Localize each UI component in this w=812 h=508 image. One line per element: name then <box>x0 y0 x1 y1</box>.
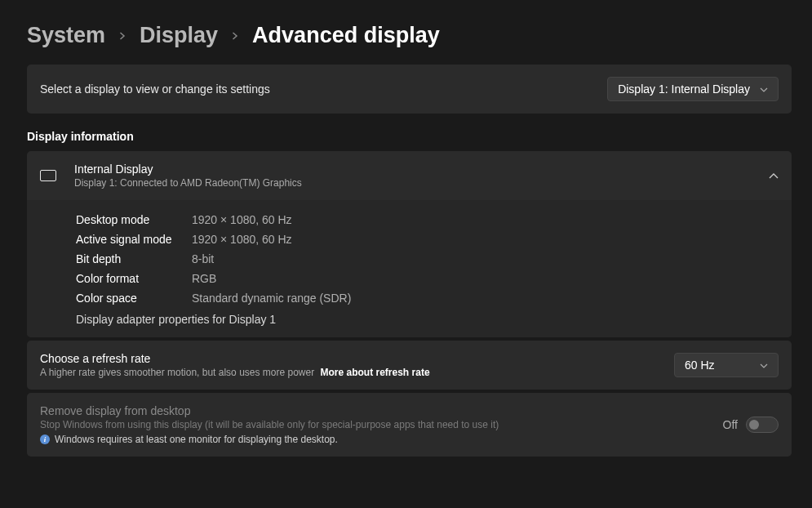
info-icon: i <box>40 434 50 444</box>
info-key: Color space <box>76 292 192 305</box>
remove-toggle-wrap: Off <box>723 417 779 433</box>
display-info-subtitle: Display 1: Connected to AMD Radeon(TM) G… <box>74 177 302 189</box>
display-info-header[interactable]: Internal Display Display 1: Connected to… <box>27 151 792 200</box>
refresh-title: Choose a refresh rate <box>40 352 674 365</box>
monitor-icon <box>40 170 56 181</box>
remove-title: Remove display from desktop <box>40 404 499 417</box>
select-display-card: Select a display to view or change its s… <box>27 65 792 114</box>
info-val: 8-bit <box>192 252 214 265</box>
toggle-label: Off <box>723 418 738 431</box>
info-row: Color space Standard dynamic range (SDR) <box>76 288 779 308</box>
display-info-card: Internal Display Display 1: Connected to… <box>27 151 792 337</box>
remove-display-card: Remove display from desktop Stop Windows… <box>27 393 792 457</box>
breadcrumb: System Display Advanced display <box>27 0 792 65</box>
display-select-dropdown[interactable]: Display 1: Internal Display <box>607 77 779 101</box>
section-header: Display information <box>27 130 792 143</box>
adapter-properties-link[interactable]: Display adapter properties for Display 1 <box>76 308 779 328</box>
page-title: Advanced display <box>252 23 440 48</box>
info-key: Color format <box>76 272 192 285</box>
refresh-rate-card: Choose a refresh rate A higher rate give… <box>27 341 792 390</box>
breadcrumb-system[interactable]: System <box>27 23 105 48</box>
info-val: Standard dynamic range (SDR) <box>192 292 351 305</box>
info-row: Desktop mode 1920 × 1080, 60 Hz <box>76 210 779 229</box>
info-key: Bit depth <box>76 252 192 265</box>
chevron-down-icon <box>760 361 768 370</box>
display-info-body: Desktop mode 1920 × 1080, 60 Hz Active s… <box>27 200 792 337</box>
toggle-knob <box>749 420 759 430</box>
chevron-right-icon <box>118 29 126 42</box>
info-val: 1920 × 1080, 60 Hz <box>192 213 292 226</box>
chevron-right-icon <box>231 29 239 42</box>
refresh-rate-value: 60 Hz <box>685 359 715 372</box>
chevron-down-icon <box>760 85 768 94</box>
info-row: Bit depth 8-bit <box>76 249 779 269</box>
info-val: RGB <box>192 272 216 285</box>
info-key: Desktop mode <box>76 213 192 226</box>
refresh-learn-more-link[interactable]: More about refresh rate <box>321 367 430 378</box>
remove-info: i Windows requires at least one monitor … <box>40 434 499 445</box>
info-val: 1920 × 1080, 60 Hz <box>192 233 292 246</box>
remove-sub: Stop Windows from using this display (it… <box>40 419 499 430</box>
refresh-sub: A higher rate gives smoother motion, but… <box>40 367 674 378</box>
remove-display-toggle <box>746 417 779 433</box>
refresh-rate-dropdown[interactable]: 60 Hz <box>674 353 779 377</box>
breadcrumb-display[interactable]: Display <box>140 23 218 48</box>
info-row: Active signal mode 1920 × 1080, 60 Hz <box>76 229 779 249</box>
display-info-title: Internal Display <box>74 163 302 176</box>
display-select-value: Display 1: Internal Display <box>618 82 750 96</box>
select-display-label: Select a display to view or change its s… <box>40 82 270 96</box>
chevron-up-icon <box>769 170 779 181</box>
info-row: Color format RGB <box>76 269 779 288</box>
info-key: Active signal mode <box>76 233 192 246</box>
